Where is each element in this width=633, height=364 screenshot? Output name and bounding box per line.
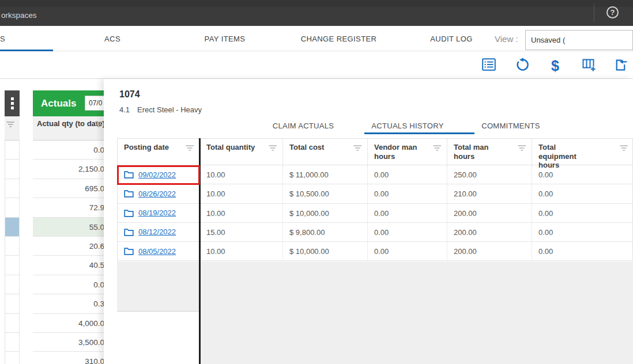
tab-commitments[interactable]: COMMITMENTS [476, 118, 545, 133]
grid-cell[interactable] [5, 275, 20, 294]
actual-qty-cell[interactable]: 72.9 [33, 198, 106, 217]
total-man-hours-cell[interactable]: 200.00 [447, 204, 532, 222]
tab-actuals-history-active[interactable]: ACTUALS HISTORY [370, 118, 445, 133]
grid-cell[interactable] [5, 294, 20, 313]
grid-cell[interactable] [5, 198, 20, 217]
actual-qty-cell[interactable]: 40.5 [33, 256, 106, 275]
total-equipment-hours-cell[interactable]: 0.00 [532, 223, 633, 241]
filter-icon[interactable] [518, 145, 526, 154]
posting-date-link[interactable]: 08/26/2022 [118, 184, 200, 203]
actual-qty-cell[interactable]: 2,150.0 [33, 160, 106, 179]
total-quantity-cell[interactable]: 15.00 [200, 223, 283, 241]
tab-claim-actuals[interactable]: CLAIM ACTUALS [269, 118, 338, 133]
grid-cell[interactable] [5, 237, 20, 256]
folder-icon [124, 247, 134, 255]
header-total-equipment-hours[interactable]: Total equipment hours [532, 139, 633, 170]
filter-icon[interactable] [269, 145, 277, 154]
total-cost-cell[interactable]: $ 10,000.00 [283, 204, 368, 222]
total-man-hours-cell[interactable]: 200.00 [447, 223, 532, 241]
header-total-cost[interactable]: Total cost [283, 139, 368, 170]
view-label: View : [495, 26, 518, 51]
actual-qty-cell[interactable]: 20.6 [33, 237, 106, 256]
total-man-hours-cell[interactable]: 200.00 [447, 242, 532, 260]
total-equipment-hours-cell[interactable]: 0.00 [532, 242, 633, 260]
currency-button[interactable]: $ [548, 58, 563, 73]
posting-date-link[interactable]: 08/19/2022 [118, 204, 200, 222]
total-quantity-cell[interactable]: 10.00 [200, 184, 283, 203]
top-strip [0, 0, 633, 7]
filter-icon[interactable] [433, 145, 442, 154]
grid-cell[interactable] [5, 352, 20, 364]
folder-icon [124, 170, 134, 179]
actual-qty-column: 0.0 2,150.0 695.0 72.9 55.0 20.6 40.5 0.… [33, 141, 106, 364]
posting-date-link[interactable]: 08/05/2022 [118, 242, 200, 260]
total-cost-cell[interactable]: $ 10,500.00 [283, 184, 368, 203]
header-total-man-hours[interactable]: Total man hours [447, 139, 532, 170]
tab-pay-items[interactable]: PAY ITEMS [187, 26, 262, 51]
grid-cell[interactable] [5, 141, 20, 160]
posting-date-link[interactable]: 08/12/2022 [118, 223, 200, 241]
actual-qty-cell[interactable]: 310.0 [33, 352, 106, 364]
grid-cell-selected[interactable] [5, 218, 20, 237]
view-select-dropdown[interactable]: Unsaved ( [525, 30, 633, 50]
filter-icon[interactable] [620, 145, 628, 154]
vendor-man-hours-cell[interactable]: 0.00 [368, 184, 447, 203]
tab-change-register[interactable]: CHANGE REGISTER [288, 26, 389, 51]
tab-acs[interactable]: ACS [86, 26, 138, 51]
total-man-hours-cell[interactable]: 210.00 [447, 184, 532, 203]
add-column-button[interactable] [581, 58, 596, 73]
kebab-icon [11, 107, 14, 109]
dollar-icon: $ [551, 59, 559, 73]
table-row: 08/12/2022 15.00 $ 9,800.00 0.00 200.00 … [118, 223, 632, 242]
total-quantity-cell[interactable]: 10.00 [200, 242, 283, 260]
frozen-column-divider [199, 138, 201, 364]
actual-qty-cell-highlighted[interactable]: 55.0 [33, 218, 106, 237]
tab-first-active[interactable]: S [0, 26, 8, 51]
view-list-button[interactable] [481, 58, 496, 73]
active-panel-tab-underline [364, 132, 474, 134]
folder-icon [124, 189, 134, 198]
header-posting-date[interactable]: Posting date [118, 139, 200, 170]
filter-icon[interactable] [95, 121, 103, 130]
total-quantity-cell[interactable]: 10.00 [200, 204, 283, 222]
export-button[interactable] [613, 58, 628, 73]
cost-item-name: Erect Steel - Heavy [137, 105, 202, 114]
grid-cell[interactable] [5, 314, 20, 333]
help-icon[interactable]: ? [606, 6, 619, 18]
tab-audit-log[interactable]: AUDIT LOG [416, 26, 487, 51]
filter-icon[interactable] [6, 120, 15, 130]
header-total-quantity[interactable]: Total quantity [200, 139, 283, 170]
vendor-man-hours-cell[interactable]: 0.00 [368, 223, 447, 241]
filter-icon[interactable] [186, 145, 194, 154]
table-header-row: Posting date Total quantity Total cost V… [118, 138, 632, 165]
cost-item-subtitle: 4.1 Erect Steel - Heavy [119, 105, 202, 114]
undo-button[interactable] [515, 58, 530, 73]
total-cost-cell[interactable]: $ 9,800.00 [283, 223, 368, 241]
grid-cell[interactable] [5, 256, 20, 275]
actual-qty-cell[interactable]: 4,000.0 [33, 314, 106, 333]
actual-qty-cell[interactable]: 0.3 [33, 294, 106, 313]
actual-qty-cell[interactable]: 0.0 [33, 141, 106, 160]
vendor-man-hours-cell[interactable]: 0.00 [368, 204, 447, 222]
grid-cell[interactable] [5, 179, 20, 198]
vendor-man-hours-cell[interactable]: 0.00 [368, 242, 447, 260]
grid-cell[interactable] [5, 333, 20, 352]
left-column-filter-header [5, 116, 20, 141]
empty-grid-area-right [201, 261, 633, 364]
total-equipment-hours-cell[interactable]: 0.00 [532, 184, 633, 203]
actual-qty-cell[interactable]: 0.0 [33, 275, 106, 294]
actual-qty-column-header[interactable]: Actual qty (to date) [33, 116, 114, 141]
grid-kebab-menu-button[interactable] [5, 90, 20, 116]
total-cost-cell[interactable]: $ 10,000.00 [283, 242, 368, 260]
filter-icon[interactable] [353, 145, 362, 154]
cost-item-id: 1074 [119, 89, 140, 100]
actual-qty-cell[interactable]: 695.0 [33, 179, 106, 198]
actual-qty-cell[interactable]: 3,500.0 [33, 333, 106, 352]
empty-grid-area-left [117, 261, 199, 312]
grid-cell[interactable] [5, 160, 20, 179]
header-vendor-man-hours[interactable]: Vendor man hours [368, 139, 447, 170]
total-equipment-hours-cell[interactable]: 0.00 [532, 204, 633, 222]
kebab-icon [11, 97, 14, 100]
workspaces-title: orkspaces [1, 11, 37, 20]
left-narrow-column [5, 141, 20, 364]
